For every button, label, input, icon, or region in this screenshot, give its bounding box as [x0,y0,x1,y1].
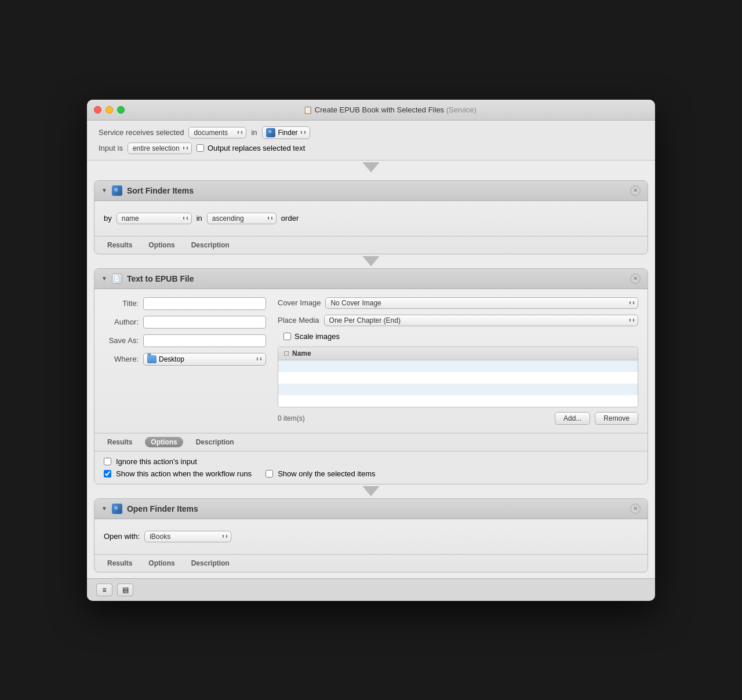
author-label: Author: [104,318,139,326]
epub-results-tab[interactable]: Results [104,437,136,447]
sort-options-tab[interactable]: Options [145,240,178,250]
list-view-button[interactable]: ≡ [96,584,112,596]
service-receives-row: Service receives selected documents in 🔍… [99,126,643,139]
where-label: Where: [104,355,139,363]
cover-image-label: Cover Image [278,298,321,307]
open-finder-body: Open with: iBooks [94,519,648,554]
show-selected-label: Show only the selected items [278,469,375,478]
entire-selection-wrapper: entire selection [128,143,192,154]
save-as-label: Save As: [104,336,139,345]
epub-icon: 📄 [112,274,122,284]
remove-button[interactable]: Remove [595,412,638,425]
place-media-select[interactable]: One Per Chapter (End) [324,315,638,326]
service-bar: Service receives selected documents in 🔍… [87,121,655,161]
sort-finder-close[interactable]: ✕ [630,185,641,196]
author-input[interactable] [143,316,266,329]
title-label: Title: [104,299,139,308]
epub-footer: Results Options Description [94,433,648,451]
add-button[interactable]: Add... [555,412,590,425]
main-window: 📋 Create EPUB Book with Selected Files (… [87,100,655,601]
open-finder-header: ▼ 🔍 Open Finder Items ✕ [94,499,648,519]
connector-arrow-1 [362,162,380,173]
open-finder-title: Open Finder Items [127,504,625,513]
list-icon: ≡ [102,586,106,594]
epub-close[interactable]: ✕ [630,274,641,284]
sort-row: by name in ascending order [104,209,638,228]
sort-collapse-arrow[interactable]: ▼ [101,187,107,194]
ignore-input-checkbox[interactable] [104,458,111,465]
open-options-tab[interactable]: Options [145,558,178,568]
sort-by-select[interactable]: name [117,213,192,224]
cover-image-row: Cover Image No Cover Image [278,297,638,309]
where-value: Desktop [159,355,184,363]
scale-images-checkbox[interactable] [283,333,291,340]
sort-description-tab[interactable]: Description [188,240,233,250]
close-button[interactable] [94,106,101,114]
sort-indicator [284,351,289,356]
open-description-tab[interactable]: Description [188,558,233,568]
open-results-tab[interactable]: Results [104,558,136,568]
epub-block: ▼ 📄 Text to EPUB File ✕ Title: Author: [94,268,648,484]
epub-header: ▼ 📄 Text to EPUB File ✕ [94,269,648,289]
sort-in-label: in [197,214,202,223]
items-count: 0 item(s) [278,414,305,422]
sort-results-tab[interactable]: Results [104,240,136,250]
epub-collapse-arrow[interactable]: ▼ [101,275,107,282]
connector-arrow-3 [362,486,380,497]
sort-order-select[interactable]: ascending [207,213,277,224]
connector-2 [87,254,655,268]
receives-label: Service receives selected [99,128,184,137]
where-select[interactable]: Desktop [143,353,266,366]
show-action-checkbox[interactable] [104,470,111,477]
place-media-label: Place Media [278,316,319,325]
bottom-toolbar: ≡ ▤ [87,578,655,601]
connector-3 [87,484,655,498]
place-media-wrapper: One Per Chapter (End) [324,315,638,326]
grid-view-button[interactable]: ▤ [117,584,133,596]
media-table: Name [278,347,638,407]
entire-selection-select[interactable]: entire selection [128,143,192,154]
where-row: Where: Desktop [104,353,266,366]
name-column-header: Name [292,349,311,358]
epub-right-panel: Cover Image No Cover Image Place Media [278,297,638,425]
open-finder-icon: 🔍 [112,504,122,514]
epub-description-tab[interactable]: Description [192,437,238,447]
sort-finder-title: Sort Finder Items [127,186,625,195]
minimize-button[interactable] [106,106,113,114]
save-as-input[interactable] [143,334,266,347]
cover-image-select[interactable]: No Cover Image [325,297,638,309]
finder-button[interactable]: 🔍 Finder [262,126,310,139]
input-row: Input is entire selection Output replace… [99,143,643,154]
sort-finder-block: ▼ 🔍 Sort Finder Items ✕ by name in [94,180,648,254]
order-label: order [281,214,299,223]
sort-order-wrapper: ascending [207,213,277,224]
open-with-label: Open with: [104,532,140,541]
connector-1 [87,161,655,174]
epub-options-tab[interactable]: Options [145,437,183,447]
maximize-button[interactable] [117,106,125,114]
sort-by-wrapper: name [117,213,192,224]
title-input[interactable] [143,297,266,310]
media-action-buttons: Add... Remove [555,412,638,425]
traffic-lights [94,106,125,114]
epub-body: Title: Author: Save As: Where: [94,289,648,433]
title-row: Title: [104,297,266,310]
show-selected-checkbox[interactable] [265,470,273,477]
title-icon: 📋 [303,105,315,114]
main-content: ▼ 🔍 Sort Finder Items ✕ by name in [87,174,655,578]
open-finder-close[interactable]: ✕ [630,504,641,514]
input-label: Input is [99,144,123,152]
open-with-select[interactable]: iBooks [144,531,231,542]
documents-select[interactable]: documents [188,127,246,138]
show-action-row: Show this action when the workflow runs … [104,469,638,478]
cover-image-wrapper: No Cover Image [325,297,638,309]
output-replaces-checkbox[interactable] [197,144,204,152]
by-label: by [104,214,112,223]
sort-finder-body: by name in ascending order [94,201,648,236]
open-with-wrapper: iBooks [144,531,231,542]
open-finder-collapse-arrow[interactable]: ▼ [101,505,107,512]
output-replaces-label: Output replaces selected text [208,144,305,152]
media-table-body [278,360,638,407]
epub-options-section: Ignore this action's input Show this act… [94,451,648,484]
finder-label: Finder [278,129,298,137]
